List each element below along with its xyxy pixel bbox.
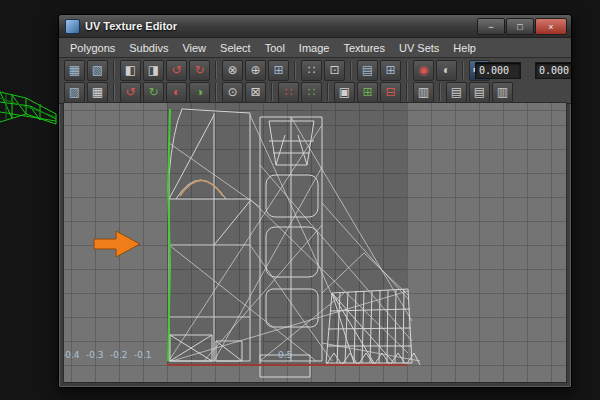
flip-selected-u-icon[interactable]: ◐ [166,82,187,103]
toolbar-separator [271,83,273,101]
axis-label: -0.2 [110,350,128,360]
copy-uvs-icon[interactable]: ▤ [446,82,467,103]
axis-label: -0.4 [63,350,80,360]
window-controls: − □ × [477,18,567,35]
move-uv-shell-icon[interactable]: ▦ [87,82,108,103]
align-u-icon[interactable]: ∷ [278,82,299,103]
toolbar-separator [215,61,217,79]
toolbar-separator [350,61,352,79]
rotate-uv-ccw-icon[interactable]: ↺ [166,60,187,81]
alpha-channel-icon[interactable]: ◐ [436,60,457,81]
cut-uv-edges-icon[interactable]: ⊗ [222,60,243,81]
grid-snap-icon[interactable]: ∷ [301,60,322,81]
rotate-selected-ccw-icon[interactable]: ↺ [120,82,141,103]
toolbar-separator [406,61,408,79]
isolate-select-icon[interactable]: ▣ [334,82,355,103]
toolbar-separator [113,61,115,79]
minimize-button[interactable]: − [477,18,505,35]
close-button[interactable]: × [535,18,567,35]
menu-item-select[interactable]: Select [213,40,258,56]
move-uv-tool-icon[interactable]: ▦ [64,60,85,81]
axis-label: -0.3 [86,350,104,360]
display-grid-icon[interactable]: ⊞ [380,60,401,81]
layout-uvs-icon[interactable]: ⊞ [268,60,289,81]
toolbar-separator [462,61,464,79]
menu-item-help[interactable]: Help [446,40,483,56]
align-v-icon[interactable]: ∷ [301,82,322,103]
toolbar-separator [215,83,217,101]
flip-u-icon[interactable]: ◧ [120,60,141,81]
menu-item-view[interactable]: View [175,40,213,56]
toolbar-separator [406,83,408,101]
display-image-icon[interactable]: ▤ [357,60,378,81]
rgb-channels-icon[interactable]: ◉ [413,60,434,81]
menu-item-polygons[interactable]: Polygons [63,40,122,56]
rotate-selected-cw-icon[interactable]: ↻ [143,82,164,103]
toolbar: ▦▧◧◨↺↻⊗⊕⊞∷⊡▤⊞◉◐PSD ▨▦↺↻◐◑⊙⊠∷∷▣⊞⊟▥▤▤▥ [59,58,571,104]
toolbar-separator [327,83,329,101]
annotation-arrow-icon [90,228,148,260]
axis-label: -0.1 [134,350,152,360]
uv-snapshot-icon[interactable]: ▥ [413,82,434,103]
split-uv-icon[interactable]: ⊠ [245,82,266,103]
toolbar-separator [439,83,441,101]
maximize-button[interactable]: □ [506,18,534,35]
menu-item-image[interactable]: Image [292,40,337,56]
isolate-add-icon[interactable]: ⊞ [357,82,378,103]
paste-uvs-icon[interactable]: ▤ [469,82,490,103]
menu-item-uv-sets[interactable]: UV Sets [392,40,446,56]
value-field-2[interactable] [535,62,572,79]
uv-texture-editor-window: UV Texture Editor − □ × PolygonsSubdivsV… [58,14,572,388]
menu-item-tool[interactable]: Tool [258,40,292,56]
highlighted-wheel-arch-curve [180,181,223,197]
title-bar[interactable]: UV Texture Editor − □ × [59,15,571,38]
toolbar-separator [113,83,115,101]
paste-u-value-icon[interactable]: ▥ [492,82,513,103]
axis-label: 0.5 [278,350,292,360]
menu-bar: PolygonsSubdivsViewSelectToolImageTextur… [59,38,571,58]
value-field-1[interactable] [475,62,521,79]
texture-border-edge-green [168,109,170,361]
toolbar-row-2: ▨▦↺↻◐◑⊙⊠∷∷▣⊞⊟▥▤▤▥ [61,81,569,103]
flip-selected-v-icon[interactable]: ◑ [189,82,210,103]
rotate-uv-cw-icon[interactable]: ↻ [189,60,210,81]
maya-window-icon [65,19,80,34]
window-title: UV Texture Editor [85,20,177,32]
toolbar-separator [294,61,296,79]
isolate-remove-icon[interactable]: ⊟ [380,82,401,103]
sew-uv-edges-icon[interactable]: ⊕ [245,60,266,81]
lattice-uv-tool-icon[interactable]: ▧ [87,60,108,81]
pixel-snap-icon[interactable]: ⊡ [324,60,345,81]
menu-item-subdivs[interactable]: Subdivs [122,40,175,56]
smudge-uv-tool-icon[interactable]: ▨ [64,82,85,103]
target-weld-icon[interactable]: ⊙ [222,82,243,103]
menu-item-textures[interactable]: Textures [336,40,392,56]
flip-v-icon[interactable]: ◨ [143,60,164,81]
scene-model-wireframe [0,78,60,144]
